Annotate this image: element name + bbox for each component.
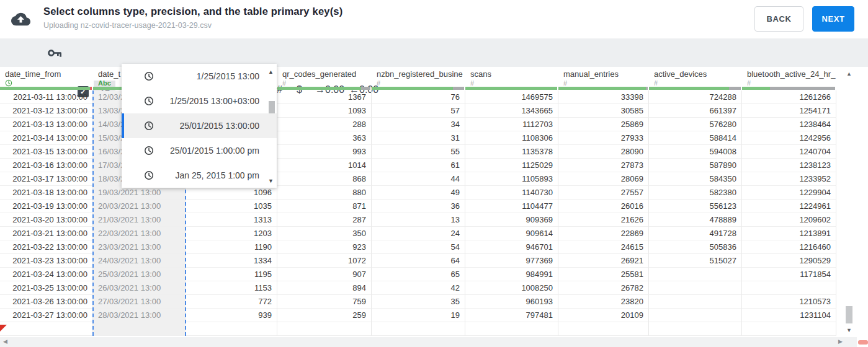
vertical-scrollbar[interactable]: ▲ ▼ — [844, 67, 856, 337]
back-button[interactable]: BACK — [754, 6, 803, 32]
column-name: qr_codes_generated — [282, 69, 367, 79]
table-cell: 25/03/2021 13:00 — [93, 268, 186, 281]
table-cell: 1242956 — [742, 131, 836, 145]
column-header-active_devices[interactable]: active_devices# — [649, 67, 742, 87]
table-cell: 61 — [372, 159, 465, 172]
date-format-option[interactable]: 25/01/2015 1:00:00 pm — [122, 138, 277, 163]
column-type-label: # — [470, 79, 553, 87]
table-cell: 54 — [372, 240, 465, 254]
table-cell: 2021-03-13 13:00:00 — [0, 118, 93, 131]
table-cell: 25869 — [558, 118, 649, 131]
scroll-left-icon[interactable]: ◀ — [3, 338, 7, 345]
table-cell: 19 — [372, 309, 465, 322]
table-cell: 1224961 — [742, 200, 836, 213]
date-format-option[interactable]: 1/25/2015 13:00 — [122, 64, 277, 89]
table-cell: 2021-03-21 13:00:00 — [0, 227, 93, 240]
table-cell: 1153 — [186, 281, 277, 295]
table-cell — [742, 322, 836, 336]
table-cell: 478889 — [649, 213, 742, 227]
table-cell: 36 — [372, 200, 465, 213]
column-header-manual_entries[interactable]: manual_entries# — [558, 67, 649, 87]
column-header-date_time_from[interactable]: date_time_from — [0, 67, 93, 87]
date-format-option-selected[interactable]: 25/01/2015 13:00:00 — [122, 113, 277, 138]
table-cell: 2021-03-23 13:00:00 — [0, 254, 93, 268]
table-cell: 993 — [277, 145, 372, 159]
table-cell: 22869 — [558, 227, 649, 240]
column-type-label: # — [747, 79, 831, 87]
column-type-toolbar: ✓ Tt Date / time # $ →0.00 ←0.00 — [0, 38, 868, 67]
quality-bar — [0, 87, 92, 90]
date-format-option[interactable]: 1/25/2015 13:00+03:00 — [122, 89, 277, 113]
table-cell: 22/03/2021 13:00 — [93, 227, 186, 240]
horizontal-scrollbar[interactable]: ◀ ▶ — [0, 337, 857, 347]
scroll-right-icon[interactable]: ▶ — [838, 338, 843, 345]
table-cell: 894 — [277, 281, 372, 295]
table-cell: 28/03/2021 13:00 — [93, 309, 186, 322]
table-cell — [558, 322, 649, 336]
quality-bar — [649, 87, 741, 90]
table-cell: 2021-03-24 13:00:00 — [0, 268, 93, 281]
table-cell: 588414 — [649, 131, 742, 145]
date-format-label: 1/25/2015 13:00 — [154, 71, 277, 81]
clock-icon — [144, 170, 154, 180]
next-button[interactable]: NEXT — [812, 6, 854, 32]
table-cell: 1014 — [277, 159, 372, 172]
table-cell — [186, 322, 277, 336]
table-cell: 49 — [372, 186, 465, 200]
table-cell — [0, 322, 93, 336]
table-cell: 871 — [277, 200, 372, 213]
table-cell: 33398 — [558, 90, 649, 104]
column-header-scans[interactable]: scans# — [465, 67, 558, 87]
clock-icon — [144, 146, 154, 156]
column-header-nzbn_registered_busine[interactable]: nzbn_registered_busine# — [372, 67, 465, 87]
table-cell: 2021-03-19 13:00:00 — [0, 200, 93, 213]
quality-bar — [558, 87, 648, 90]
table-cell: 65 — [372, 268, 465, 281]
vertical-scrollbar-thumb[interactable] — [846, 306, 852, 323]
table-cell: 1343665 — [465, 104, 558, 118]
table-cell: 946701 — [465, 240, 558, 254]
column-header-bluetooth_active_24_hr_[interactable]: bluetooth_active_24_hr_# — [742, 67, 836, 87]
column-name: date_time_from — [5, 69, 88, 79]
table-cell: 2021-03-15 13:00:00 — [0, 145, 93, 159]
table-cell: 2021-03-20 13:00:00 — [0, 213, 93, 227]
table-cell: 2021-03-25 13:00:00 — [0, 281, 93, 295]
table-cell: 259 — [277, 309, 372, 322]
page-title: Select columns type, precision, and the … — [43, 6, 342, 17]
table-cell: 57 — [372, 104, 465, 118]
table-cell: 288 — [277, 118, 372, 131]
table-cell: 20109 — [558, 309, 649, 322]
table-cell: 582380 — [649, 186, 742, 200]
table-cell — [372, 322, 465, 336]
table-cell: 2021-03-18 13:00:00 — [0, 186, 93, 200]
quality-bar — [465, 87, 557, 90]
table-cell: 1240704 — [742, 145, 836, 159]
table-cell: 26016 — [558, 200, 649, 213]
table-cell: 23820 — [558, 295, 649, 309]
dropdown-scroll-down-icon[interactable]: ▼ — [268, 178, 274, 184]
table-cell: 76 — [372, 90, 465, 104]
date-format-option[interactable]: Jan 25, 2015 1:00 pm — [122, 163, 277, 188]
table-cell: 13 — [372, 213, 465, 227]
column-type-label: # — [282, 79, 367, 87]
table-cell — [742, 281, 836, 295]
table-row — [0, 322, 836, 336]
red-flag-marker — [0, 325, 7, 332]
table-cell: 1190 — [186, 240, 277, 254]
table-cell: 1229904 — [742, 186, 836, 200]
scroll-up-icon[interactable]: ▲ — [846, 71, 852, 77]
primary-key-icon[interactable] — [47, 48, 63, 61]
table-cell: 26921 — [558, 254, 649, 268]
table-cell — [649, 268, 742, 281]
table-cell: 587890 — [649, 159, 742, 172]
scroll-down-icon[interactable]: ▼ — [846, 327, 852, 333]
table-cell: 584350 — [649, 172, 742, 186]
table-cell: 491728 — [649, 227, 742, 240]
table-cell: 20/03/2021 13:00 — [93, 200, 186, 213]
table-row: 2021-03-23 13:00:0024/03/2021 13:0013341… — [0, 254, 836, 268]
table-cell: 661397 — [649, 104, 742, 118]
table-cell: 977369 — [465, 254, 558, 268]
column-header-qr_codes_generated[interactable]: qr_codes_generated# — [277, 67, 372, 87]
table-cell: 2021-03-16 13:00:00 — [0, 159, 93, 172]
table-cell: 1195 — [186, 268, 277, 281]
